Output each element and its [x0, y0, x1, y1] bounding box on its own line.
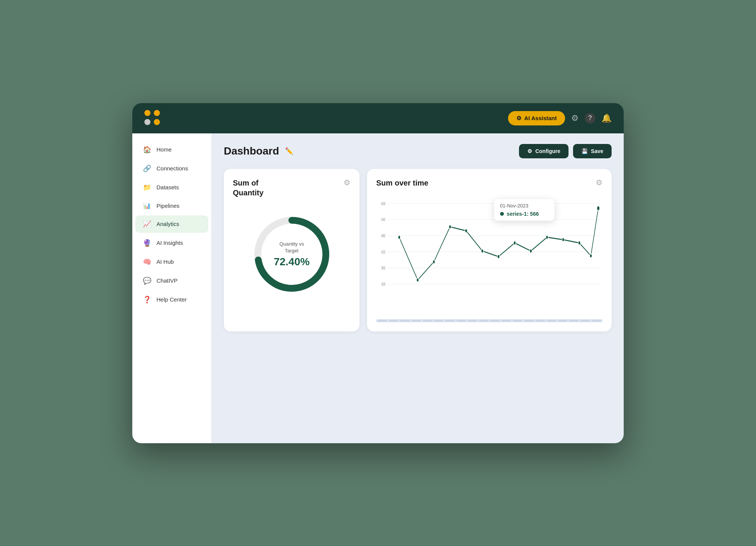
- sidebar-item-home[interactable]: 🏠 Home: [135, 141, 208, 158]
- topbar-right: ⚙ AI Assistant ⚙ ? 🔔: [508, 111, 612, 125]
- sidebar-item-ai-hub[interactable]: 🧠 AI Hub: [135, 253, 208, 271]
- svg-point-19: [481, 249, 483, 253]
- chart-scrollbar[interactable]: [376, 319, 603, 322]
- svg-point-24: [562, 238, 564, 242]
- header-actions: ⚙ Configure 💾 Save: [519, 144, 612, 158]
- svg-point-16: [433, 260, 435, 264]
- dashboard-grid: Sum ofQuantity ⚙: [224, 169, 612, 331]
- svg-point-23: [546, 235, 548, 239]
- chativp-icon: 💬: [143, 277, 151, 285]
- analytics-icon: 📈: [143, 220, 151, 228]
- donut-card-header: Sum ofQuantity ⚙: [233, 178, 350, 198]
- save-disk-icon: 💾: [581, 148, 588, 154]
- sidebar-label-analytics: Analytics: [156, 221, 179, 227]
- sidebar-label-ai-insights: AI Insights: [156, 240, 183, 246]
- sidebar-label-chativp: ChatIVP: [156, 277, 178, 284]
- svg-text:540: 540: [381, 217, 386, 222]
- sidebar-item-datasets[interactable]: 📁 Datasets: [135, 179, 208, 196]
- line-chart-card: Sum over time ⚙ 60: [367, 169, 612, 331]
- configure-label: Configure: [535, 148, 560, 154]
- sidebar-item-chativp[interactable]: 💬 ChatIVP: [135, 272, 208, 289]
- donut-card-title: Sum ofQuantity: [233, 178, 263, 198]
- page-title: Dashboard: [224, 145, 279, 157]
- sidebar-label-ai-hub: AI Hub: [156, 258, 174, 265]
- ai-assistant-button[interactable]: ⚙ AI Assistant: [508, 111, 565, 125]
- save-label: Save: [591, 148, 603, 154]
- content-area: Dashboard ✏️ ⚙ Configure 💾 Save: [212, 133, 624, 443]
- svg-text:480: 480: [381, 233, 386, 238]
- ai-insights-icon: 🔮: [143, 239, 151, 247]
- chart-area: 600 540 480 420 360 300: [376, 195, 603, 316]
- sidebar: 🏠 Home 🔗 Connections 📁 Datasets 📊 Pipeli…: [132, 133, 212, 443]
- connections-icon: 🔗: [143, 164, 151, 173]
- sidebar-label-pipelines: Pipelines: [156, 203, 180, 209]
- line-chart-gear-icon[interactable]: ⚙: [596, 178, 603, 187]
- donut-subtitle: Quantity vsTarget: [274, 240, 310, 254]
- ai-hub-icon: 🧠: [143, 258, 151, 266]
- content-header: Dashboard ✏️ ⚙ Configure 💾 Save: [224, 144, 612, 158]
- svg-point-15: [417, 278, 419, 282]
- svg-text:420: 420: [381, 249, 386, 254]
- donut-chart: Quantity vsTarget 72.40%: [250, 213, 333, 296]
- datasets-icon: 📁: [143, 183, 151, 192]
- ai-assistant-label: AI Assistant: [524, 115, 557, 121]
- logo: [144, 110, 161, 127]
- logo-icon: [144, 110, 161, 127]
- sidebar-item-ai-insights[interactable]: 🔮 AI Insights: [135, 234, 208, 252]
- notification-icon[interactable]: 🔔: [601, 113, 612, 123]
- home-icon: 🏠: [143, 145, 151, 154]
- sidebar-item-connections[interactable]: 🔗 Connections: [135, 160, 208, 177]
- svg-text:600: 600: [381, 201, 386, 206]
- sidebar-item-analytics[interactable]: 📈 Analytics: [135, 215, 208, 233]
- donut-center-text: Quantity vsTarget 72.40%: [274, 240, 310, 268]
- save-button[interactable]: 💾 Save: [573, 144, 612, 158]
- page-title-row: Dashboard ✏️: [224, 145, 295, 157]
- settings-icon[interactable]: ⚙: [571, 113, 579, 123]
- help-center-icon: ❓: [143, 295, 151, 304]
- svg-text:300: 300: [381, 281, 386, 286]
- topbar: ⚙ AI Assistant ⚙ ? 🔔: [132, 103, 624, 133]
- svg-point-25: [578, 241, 581, 245]
- svg-point-18: [465, 229, 467, 233]
- main-layout: 🏠 Home 🔗 Connections 📁 Datasets 📊 Pipeli…: [132, 133, 624, 443]
- ai-icon: ⚙: [516, 115, 521, 122]
- edit-title-button[interactable]: ✏️: [284, 145, 295, 157]
- help-icon[interactable]: ?: [585, 113, 595, 124]
- sidebar-label-datasets: Datasets: [156, 184, 179, 190]
- svg-point-20: [497, 254, 500, 258]
- sidebar-label-connections: Connections: [156, 165, 188, 172]
- donut-value: 72.40%: [274, 256, 310, 268]
- svg-point-21: [514, 241, 516, 245]
- donut-card: Sum ofQuantity ⚙: [224, 169, 359, 331]
- donut-gear-icon[interactable]: ⚙: [344, 178, 350, 187]
- svg-point-14: [398, 235, 400, 239]
- edit-icon: ✏️: [285, 147, 293, 155]
- sidebar-label-help-center: Help Center: [156, 296, 187, 303]
- pipelines-icon: 📊: [143, 202, 151, 209]
- svg-point-17: [449, 224, 451, 229]
- line-chart-svg: 600 540 480 420 360 300: [376, 195, 603, 316]
- app-window: ⚙ AI Assistant ⚙ ? 🔔 🏠 Home 🔗 Connection…: [132, 103, 624, 443]
- sidebar-label-home: Home: [156, 146, 172, 153]
- svg-text:360: 360: [381, 265, 386, 270]
- line-chart-title: Sum over time: [376, 178, 428, 188]
- sidebar-item-help-center[interactable]: ❓ Help Center: [135, 291, 208, 308]
- configure-gear-icon: ⚙: [527, 148, 532, 154]
- svg-point-26: [590, 254, 592, 258]
- configure-button[interactable]: ⚙ Configure: [519, 144, 569, 158]
- donut-container: Quantity vsTarget 72.40%: [233, 205, 350, 303]
- svg-point-27: [597, 206, 600, 210]
- sidebar-item-pipelines[interactable]: 📊 Pipelines: [135, 198, 208, 214]
- line-chart-header: Sum over time ⚙: [376, 178, 603, 188]
- svg-point-22: [530, 249, 532, 253]
